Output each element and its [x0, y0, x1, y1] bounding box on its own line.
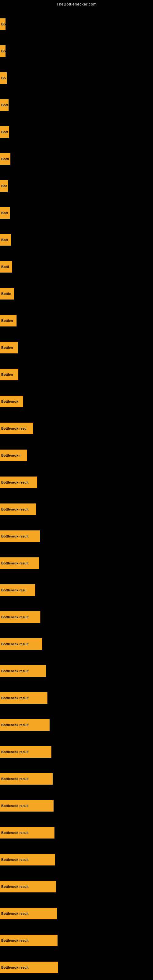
bar-row: Bottlen	[0, 334, 153, 361]
bar-label: Bottleneck	[1, 400, 18, 403]
bar-item: Bottleneck result	[0, 908, 57, 920]
bar-item: Bottleneck result	[0, 800, 54, 811]
bar-row: Bottleneck result	[0, 630, 153, 657]
bar-item: Bott	[0, 207, 10, 219]
bar-item: Bottleneck result	[0, 854, 55, 865]
bar-row: Bottleneck result	[0, 523, 153, 550]
bar-label: Bottleneck result	[1, 885, 29, 888]
bar-row: Bottleneck result	[0, 792, 153, 819]
bar-row: Bo	[0, 38, 153, 65]
site-title: TheBottlenecker.com	[0, 0, 153, 8]
bar-label: Bottleneck result	[1, 508, 29, 511]
bar-item: Bottle	[0, 288, 14, 299]
bar-row: Bottl	[0, 253, 153, 280]
bar-row: Bo	[0, 65, 153, 92]
bar-row: Bottl	[0, 145, 153, 172]
bar-row: Bottleneck resu	[0, 577, 153, 604]
bar-item: Bottleneck result	[0, 827, 54, 838]
bar-row: Bottleneck result	[0, 657, 153, 684]
bar-item: Bot	[0, 180, 8, 192]
bar-label: Bottleneck result	[1, 696, 29, 700]
bar-label: Bottlen	[1, 319, 13, 323]
bar-row: Bottleneck result	[0, 873, 153, 900]
bar-label: Bottleneck result	[1, 535, 29, 538]
bar-label: Bottleneck resu	[1, 426, 27, 430]
bar-row: Bot	[0, 172, 153, 199]
bar-row: Bottleneck result	[0, 927, 153, 954]
bar-row: Bott	[0, 199, 153, 226]
bar-label: Bottleneck result	[1, 750, 29, 754]
bar-row: Bottleneck result	[0, 765, 153, 792]
bar-row: Bottleneck result	[0, 496, 153, 523]
bar-item: Bottleneck result	[0, 773, 53, 784]
bar-label: Bo	[1, 22, 5, 26]
bar-item: Bottleneck result	[0, 557, 39, 569]
bar-row: Bottleneck result	[0, 469, 153, 496]
bar-row: Bottleneck result	[0, 846, 153, 873]
bar-item: Bo	[0, 45, 5, 57]
bar-row: Bottle	[0, 280, 153, 307]
bar-label: Bottl	[1, 157, 9, 161]
bar-label: Bottleneck result	[1, 480, 29, 484]
bar-label: Bottleneck result	[1, 966, 29, 969]
bar-item: Bottleneck result	[0, 935, 57, 946]
bar-item: Bottleneck result	[0, 665, 46, 677]
bar-item: Bott	[0, 126, 9, 138]
bar-item: Bo	[0, 72, 7, 84]
bar-row: Bottleneck result	[0, 604, 153, 630]
bar-label: Bot	[1, 184, 7, 188]
bar-item: Bottleneck result	[0, 477, 37, 488]
bar-label: Bottleneck result	[1, 562, 29, 565]
bar-item: Bottleneck result	[0, 692, 48, 704]
bar-row: Bott	[0, 226, 153, 253]
bar-item: Bottl	[0, 261, 12, 272]
bar-item: Bottleneck result	[0, 962, 58, 973]
bar-row: Bott	[0, 119, 153, 145]
bar-label: Bottleneck resu	[1, 588, 27, 592]
bar-label: Bo	[1, 76, 6, 80]
bar-row: Bott	[0, 92, 153, 119]
bar-label: Bottleneck result	[1, 642, 29, 646]
bar-row: Bottleneck r	[0, 442, 153, 469]
bar-row: Bottleneck result	[0, 550, 153, 577]
bar-label: Bottleneck result	[1, 831, 29, 835]
bar-item: Bottleneck resu	[0, 423, 33, 434]
bar-label: Bo	[1, 49, 5, 53]
bar-item: Bo	[0, 18, 5, 30]
bar-label: Bottle	[1, 292, 11, 296]
bar-label: Bottlen	[1, 373, 13, 376]
bar-label: Bott	[1, 238, 8, 242]
bar-label: Bottl	[1, 265, 9, 269]
bar-row: Bottleneck result	[0, 711, 153, 738]
bar-item: Bottleneck r	[0, 450, 27, 461]
bar-item: Bottleneck resu	[0, 584, 35, 596]
bar-item: Bottleneck result	[0, 638, 42, 650]
bar-item: Bott	[0, 99, 9, 111]
bars-container: BoBoBoBottBottBottlBotBottBottBottlBottl…	[0, 8, 153, 980]
bar-label: Bottleneck r	[1, 453, 21, 457]
bar-item: Bottlen	[0, 342, 18, 353]
bar-label: Bott	[1, 103, 8, 107]
bar-label: Bottleneck result	[1, 777, 29, 781]
bar-label: Bottleneck result	[1, 669, 29, 673]
bar-label: Bottlen	[1, 346, 13, 350]
bar-row: Bottleneck result	[0, 900, 153, 927]
bar-item: Bottlen	[0, 315, 16, 326]
bar-label: Bottleneck result	[1, 939, 29, 942]
bar-item: Bottleneck result	[0, 611, 40, 623]
bar-row: Bottleneck	[0, 388, 153, 415]
bar-row: Bottleneck result	[0, 684, 153, 711]
bar-item: Bott	[0, 234, 11, 246]
bar-label: Bottleneck result	[1, 912, 29, 915]
bar-label: Bott	[1, 130, 8, 134]
bar-row: Bottlen	[0, 307, 153, 334]
bar-item: Bottleneck	[0, 396, 23, 407]
bar-row: Bottleneck result	[0, 819, 153, 846]
bar-label: Bottleneck result	[1, 615, 29, 619]
bar-label: Bott	[1, 211, 8, 215]
bar-row: Bo	[0, 11, 153, 38]
bar-label: Bottleneck result	[1, 723, 29, 727]
bar-row: Bottleneck resu	[0, 415, 153, 442]
bar-row: Bottleneck result	[0, 954, 153, 980]
bar-item: Bottlen	[0, 369, 18, 380]
